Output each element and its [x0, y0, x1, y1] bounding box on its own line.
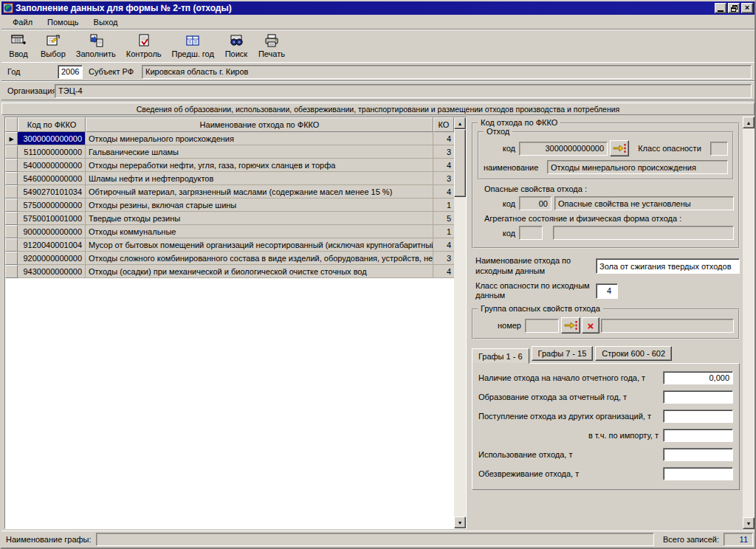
details-scrollbar[interactable]: ▲ ▼: [743, 117, 755, 529]
toolbar-button-printer[interactable]: Печать: [255, 32, 289, 59]
header-ko[interactable]: КО: [433, 117, 454, 132]
select-code-button[interactable]: [610, 140, 629, 156]
cell-code[interactable]: 5400000000000: [18, 159, 86, 172]
table-row[interactable]: ▶3000000000000Отходы минерального происх…: [5, 132, 454, 145]
tab-1[interactable]: Графы 7 - 15: [532, 346, 594, 361]
source-class-input[interactable]: 4: [596, 283, 618, 299]
aggregate-text-field: [553, 226, 734, 240]
menu-item-1[interactable]: Помощь: [41, 16, 86, 28]
cell-code[interactable]: 9200000000000: [18, 252, 86, 265]
cell-name[interactable]: Отходы сложного комбинированного состава…: [86, 252, 433, 265]
cell-name[interactable]: Отходы резины, включая старые шины: [86, 198, 433, 212]
waste-group-title: Отход: [484, 127, 512, 136]
region-label: Субъект РФ: [86, 67, 142, 76]
close-button[interactable]: ×: [741, 3, 753, 13]
header-name[interactable]: Наименование отхода по ФККО: [86, 117, 433, 132]
menu-item-2[interactable]: Выход: [87, 16, 125, 28]
cell-code[interactable]: 5750000000000: [18, 198, 86, 212]
cell-ko[interactable]: 1: [433, 225, 454, 238]
scroll-down-icon[interactable]: ▼: [743, 517, 755, 529]
cell-ko[interactable]: 3: [433, 172, 454, 185]
scroll-down-icon[interactable]: ▼: [454, 517, 466, 528]
scroll-up-icon[interactable]: ▲: [743, 117, 755, 128]
cell-ko[interactable]: 4: [433, 159, 454, 172]
tab-strip: Графы 1 - 6Графы 7 - 15Строки 600 - 602: [472, 345, 740, 363]
binoculars-icon: [228, 32, 244, 49]
toolbar-button-hand-form[interactable]: Выбор: [37, 32, 69, 59]
cell-name[interactable]: Обтирочный материал, загрязненный маслам…: [86, 185, 433, 198]
header-code[interactable]: Код по ФККО: [18, 117, 86, 132]
clear-group-button[interactable]: ×: [582, 317, 599, 334]
cell-name[interactable]: Отходы (осадки) при механической и биоло…: [86, 265, 433, 278]
cell-code[interactable]: 3000000000000: [18, 132, 86, 145]
cell-code[interactable]: 9000000000000: [18, 225, 86, 238]
detail-field-input[interactable]: [663, 410, 733, 423]
cell-ko[interactable]: 4: [433, 132, 454, 145]
cell-name[interactable]: Твердые отходы резины: [86, 212, 433, 225]
tab-page: Наличие отхода на начало отчетного года,…: [472, 363, 740, 490]
table-row[interactable]: 5400000000000Отходы переработки нефти, у…: [5, 159, 454, 172]
status-bar: Наименование графы: Всего записей: 11: [1, 531, 755, 548]
row-indicator: [5, 225, 18, 238]
cell-ko[interactable]: 5: [433, 212, 454, 225]
scroll-track[interactable]: [743, 128, 755, 517]
detail-field-label: Использование отхода, т: [478, 450, 663, 459]
table-row[interactable]: 9430000000000Отходы (осадки) при механич…: [5, 265, 454, 278]
detail-field-input[interactable]: [663, 448, 733, 461]
cell-code[interactable]: 9430000000000: [18, 265, 86, 278]
cell-ko[interactable]: 4: [433, 185, 454, 198]
toolbar-button-label: Поиск: [225, 49, 247, 58]
table-row[interactable]: 5110000000000Гальванические шламы3: [5, 145, 454, 159]
table-row[interactable]: 9000000000000Отходы коммунальные1: [5, 225, 454, 238]
detail-field-input[interactable]: [663, 390, 733, 404]
detail-field-input[interactable]: 0,000: [663, 371, 733, 384]
cell-name[interactable]: Отходы минерального происхождения: [86, 132, 433, 145]
minimize-button[interactable]: [715, 3, 726, 13]
source-name-input[interactable]: Зола от сжигания твердых отходов: [596, 258, 740, 274]
toolbar-button-table[interactable]: Предш. год: [168, 32, 218, 59]
menu-item-0[interactable]: Файл: [6, 16, 39, 28]
toolbar-button-grid-plus[interactable]: Ввод: [3, 32, 34, 59]
scroll-track[interactable]: [454, 197, 466, 517]
cell-ko[interactable]: 3: [433, 145, 454, 159]
organization-field: ТЭЦ-4: [55, 84, 752, 98]
table-scrollbar[interactable]: ▲ ▼: [454, 117, 466, 528]
year-input[interactable]: 2006: [58, 65, 83, 79]
cell-name[interactable]: Отходы коммунальные: [86, 225, 433, 238]
tab-2[interactable]: Строки 600 - 602: [595, 346, 672, 361]
cell-name[interactable]: Гальванические шламы: [86, 145, 433, 159]
cell-code[interactable]: 5460000000000: [18, 172, 86, 185]
cell-name[interactable]: Отходы переработки нефти, угля, газа, го…: [86, 159, 433, 172]
detail-field-input[interactable]: [663, 467, 733, 480]
cell-ko[interactable]: 1: [433, 198, 454, 212]
cell-ko[interactable]: 4: [433, 265, 454, 278]
table-row[interactable]: 9120040001004Мусор от бытовых помещений …: [5, 238, 454, 252]
cell-name[interactable]: Мусор от бытовых помещений организаций н…: [86, 238, 433, 252]
cell-code[interactable]: 5110000000000: [18, 145, 86, 159]
cell-code[interactable]: 5750010001000: [18, 212, 86, 225]
table-row[interactable]: 5460000000000Шламы нефти и нефтепродукто…: [5, 172, 454, 185]
toolbar-button-binoculars[interactable]: Поиск: [221, 32, 252, 59]
table-row[interactable]: 5490270101034Обтирочный материал, загряз…: [5, 185, 454, 198]
restore-button[interactable]: [728, 3, 740, 13]
toolbar-button-copy-arrow[interactable]: Заполнить: [72, 32, 120, 59]
table-row[interactable]: 5750000000000Отходы резины, включая стар…: [5, 198, 454, 212]
detail-field-label: Поступление отхода из других организаций…: [478, 412, 663, 421]
tab-0[interactable]: Графы 1 - 6: [472, 348, 529, 364]
toolbar-button-check-doc[interactable]: Контроль: [123, 32, 165, 59]
table-row[interactable]: 5750010001000Твердые отходы резины5: [5, 212, 454, 225]
hand-select-icon: [613, 143, 626, 153]
cell-name[interactable]: Шламы нефти и нефтепродуктов: [86, 172, 433, 185]
detail-field-row: Наличие отхода на начало отчетного года,…: [478, 371, 733, 384]
table-row[interactable]: 9200000000000Отходы сложного комбинирова…: [5, 252, 454, 265]
cell-code[interactable]: 5490270101034: [18, 185, 86, 198]
scroll-thumb[interactable]: [454, 129, 466, 197]
row-indicator: [5, 185, 18, 198]
select-group-button[interactable]: [561, 317, 580, 334]
toolbar-button-label: Печать: [258, 49, 285, 58]
cell-code[interactable]: 9120040001004: [18, 238, 86, 252]
cell-ko[interactable]: 3: [433, 252, 454, 265]
detail-field-input[interactable]: [663, 429, 733, 442]
scroll-up-icon[interactable]: ▲: [454, 117, 466, 129]
cell-ko[interactable]: 4: [433, 238, 454, 252]
